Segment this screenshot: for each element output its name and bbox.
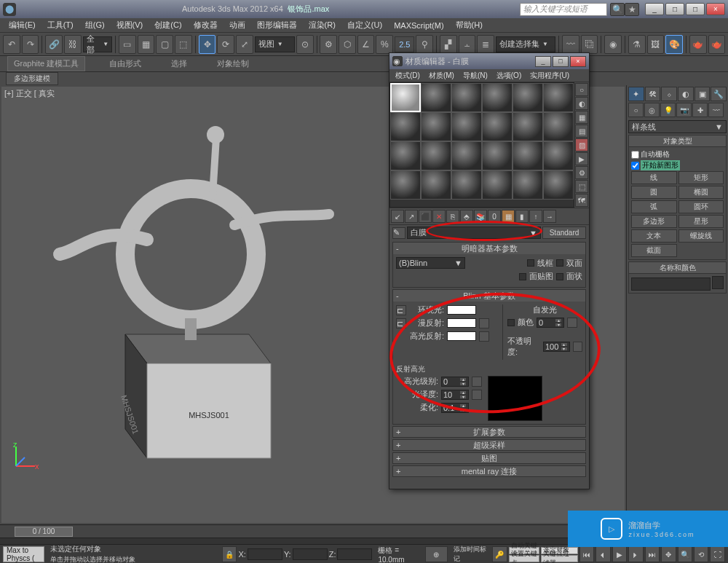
obj-ellipse[interactable]: 椭圆 [678,186,724,199]
window-crossing-button[interactable]: ⬚ [175,35,192,54]
sample-slot[interactable] [451,141,482,170]
sub-cameras-icon[interactable]: 📷 [676,103,692,117]
obj-helix[interactable]: 螺旋线 [678,229,724,243]
curve-editor-button[interactable]: 〰 [562,35,579,54]
selection-filter-dropdown[interactable]: 全部▼ [83,36,113,52]
rollout-shader-basic[interactable]: -明暗器基本参数 [393,243,585,254]
diffuse-lock-icon[interactable]: ⊏ [396,318,406,328]
keyfilter-button[interactable]: 关键点过滤器 [541,555,577,562]
percent-snap-button[interactable]: % [376,35,393,54]
unlink-button[interactable]: ⛓ [64,35,82,54]
render-setup-button[interactable]: ⚗ [628,35,646,54]
scale-button[interactable]: ⤢ [236,35,253,54]
create-category-dropdown[interactable]: 样条线▼ [628,120,727,133]
undo-button[interactable]: ↶ [3,35,20,54]
nav-zoom-icon[interactable]: 🔍 [678,546,692,562]
select-region-button[interactable]: ▢ [156,35,173,54]
selfillum-spinner[interactable]: 0▴▾ [537,318,564,328]
diffuse-swatch[interactable] [447,318,476,328]
sub-geometry-icon[interactable]: ○ [628,103,644,117]
put-scene-icon[interactable]: ↗ [405,210,418,223]
obj-text[interactable]: 文本 [631,229,677,243]
sample-slot[interactable] [513,141,543,170]
nav-pan-icon[interactable]: ✥ [661,546,676,562]
sample-slot[interactable] [543,170,574,200]
options-icon[interactable]: ⚙ [575,166,588,179]
mat-map-nav-icon[interactable]: 🗺 [575,194,588,207]
menu-maxscript[interactable]: MAXScript(M) [388,20,449,31]
close-button[interactable]: × [706,3,725,15]
si-map-button[interactable] [567,318,577,328]
sample-slot[interactable] [421,83,451,112]
faceted-checkbox[interactable] [556,273,563,280]
menu-edit[interactable]: 编辑(E) [3,18,41,32]
manipulate-button[interactable]: ⚙ [320,35,337,54]
cmd-modify-icon[interactable]: 🛠 [645,87,661,101]
tab-polymodeling[interactable]: 多边形建模 [6,72,58,85]
sample-slot[interactable] [543,141,574,170]
lock-selection-icon[interactable]: 🔒 [222,546,237,562]
show-end-icon[interactable]: ▮ [515,210,529,223]
obj-arc[interactable]: 弧 [631,200,677,213]
teapot-render-button[interactable]: 🫖 [689,35,707,54]
sub-lights-icon[interactable]: 💡 [660,103,676,117]
startnew-checkbox[interactable] [631,162,639,170]
mat-menu-util[interactable]: 实用程序(U) [526,70,574,82]
mirror-button[interactable]: ▞ [440,35,457,54]
facemap-checkbox[interactable] [519,273,526,280]
menu-animation[interactable]: 动画 [223,18,251,32]
prev-frame-icon[interactable]: ⏴ [596,546,610,562]
sample-slot-0[interactable] [390,83,421,112]
mat-menu-nav[interactable]: 导航(N) [459,70,492,82]
mat-menu-mode[interactable]: 模式(D) [391,70,424,82]
sample-uv-icon[interactable]: ▤ [575,125,588,138]
gloss-spinner[interactable]: 10▴▾ [441,390,469,400]
snap-toggle-button[interactable]: ⬡ [339,35,356,54]
sample-slot[interactable] [421,141,451,170]
sample-slot[interactable] [451,170,482,200]
add-time-tag-button[interactable]: ⊕ [425,546,448,562]
obj-ngon[interactable]: 多边形 [631,215,677,228]
ribbon-paint[interactable]: 对象绘制 [211,57,255,71]
sample-slot[interactable] [482,112,513,141]
transform-x-input[interactable] [248,548,282,560]
diffuse-map-button[interactable] [479,318,489,328]
material-editor-button[interactable]: ◉ [604,35,622,54]
put-library-icon[interactable]: 📚 [474,210,487,223]
menu-group[interactable]: 组(G) [79,18,111,32]
obj-section[interactable]: 截面 [631,244,677,257]
cmd-util-icon[interactable]: 🔧 [711,87,727,101]
mat-menu-opts[interactable]: 选项(O) [492,70,526,82]
search-icon[interactable]: 🔍 [610,3,625,16]
sample-type-icon[interactable]: ○ [575,83,588,96]
obj-star[interactable]: 星形 [678,215,724,228]
object-name-input[interactable] [631,277,711,291]
rollout-namecolor[interactable]: 名称和颜色 [629,262,726,274]
make-unique-icon[interactable]: ⬘ [460,210,473,223]
spec-level-map-button[interactable] [472,377,482,387]
sample-slot[interactable] [390,141,421,170]
layer-button[interactable]: ≣ [477,35,494,54]
viewport-label[interactable]: [+] 正交 [ 真实 [4,88,55,99]
mat-max-button[interactable]: □ [553,56,569,67]
render-production-button[interactable]: 🎨 [665,35,683,54]
redo-button[interactable]: ↷ [22,35,39,54]
background-icon[interactable]: ▦ [575,111,588,124]
specular-swatch[interactable] [447,331,476,341]
select-by-mat-icon[interactable]: ⬚ [575,180,588,193]
sample-slot[interactable] [513,83,543,112]
sample-slot[interactable] [451,112,482,141]
mat-close-button[interactable]: × [570,56,586,67]
sample-slot[interactable] [451,83,482,112]
rollout-mentalray[interactable]: +mental ray 连接 [392,465,586,477]
go-sibling-icon[interactable]: → [543,210,556,223]
menu-help[interactable]: 帮助(H) [450,18,488,32]
cmd-display-icon[interactable]: ▣ [695,87,711,101]
spec-level-spinner[interactable]: 0▴▾ [441,377,469,387]
goto-start-icon[interactable]: ⏮ [579,546,594,562]
obj-line[interactable]: 线 [631,171,677,184]
ambient-swatch[interactable] [447,305,476,315]
menu-tools[interactable]: 工具(T) [41,18,79,32]
setkey-button[interactable]: 设置关键点 [509,555,540,562]
ribbon-modeling[interactable]: Graphite 建模工具 [7,56,85,71]
